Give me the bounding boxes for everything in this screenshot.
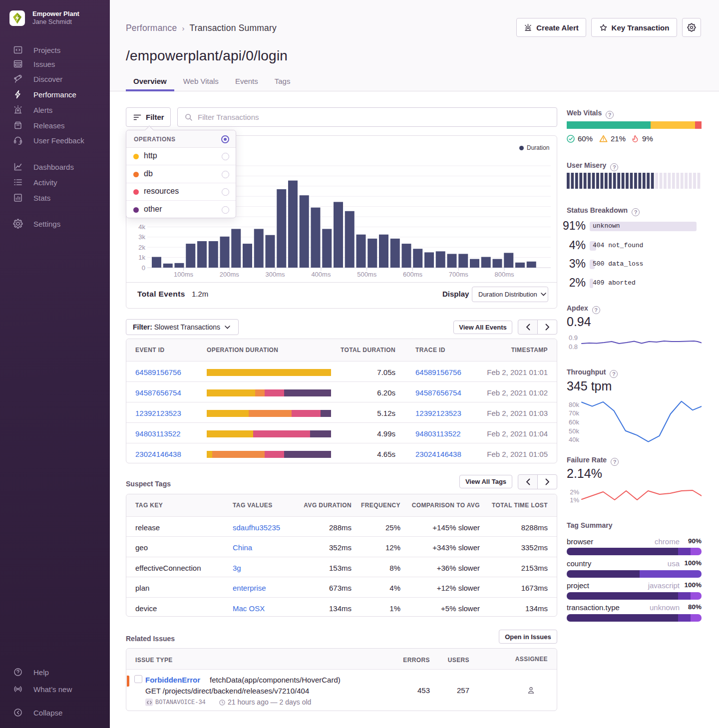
svg-text:500ms: 500ms bbox=[357, 271, 377, 278]
svg-text:600ms: 600ms bbox=[403, 271, 423, 278]
svg-text:60k: 60k bbox=[569, 418, 579, 426]
svg-text:1k: 1k bbox=[138, 254, 145, 261]
svg-text:0.9: 0.9 bbox=[569, 334, 578, 342]
svg-text:1%: 1% bbox=[570, 496, 579, 504]
svg-text:80k: 80k bbox=[569, 401, 579, 408]
svg-text:40k: 40k bbox=[569, 436, 579, 443]
svg-text:4k: 4k bbox=[138, 223, 145, 231]
svg-text:50k: 50k bbox=[569, 427, 579, 435]
svg-text:300ms: 300ms bbox=[266, 271, 286, 278]
svg-text:200ms: 200ms bbox=[220, 271, 240, 278]
svg-text:700ms: 700ms bbox=[449, 271, 469, 278]
svg-text:3k: 3k bbox=[138, 233, 145, 241]
svg-text:100ms: 100ms bbox=[174, 271, 194, 278]
svg-text:70k: 70k bbox=[569, 409, 579, 417]
svg-text:2k: 2k bbox=[138, 244, 145, 251]
svg-text:400ms: 400ms bbox=[311, 271, 331, 278]
svg-text:0: 0 bbox=[142, 264, 145, 272]
svg-text:800ms: 800ms bbox=[495, 271, 515, 278]
svg-text:0.8: 0.8 bbox=[569, 343, 578, 351]
svg-text:2%: 2% bbox=[570, 488, 579, 496]
